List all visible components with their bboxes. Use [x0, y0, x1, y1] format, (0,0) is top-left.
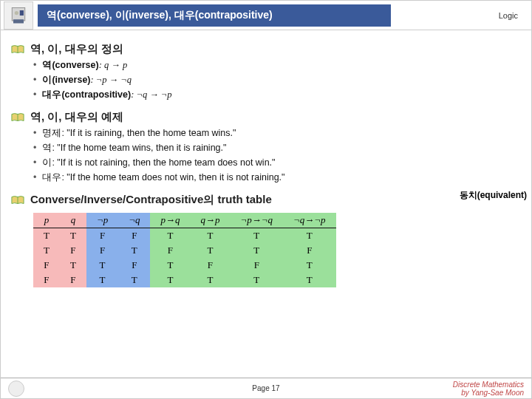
- table-cell: F: [283, 243, 336, 258]
- table-cell: T: [118, 273, 150, 287]
- truth-table: pq¬p¬qp→qq→p¬p→¬q¬q→¬pTTFFTTTTTFFTFTTFFT…: [33, 213, 336, 287]
- slide-content: 역, 이, 대우의 정의 역(converse): q → p 이(invers…: [1, 30, 531, 287]
- table-cell: T: [33, 243, 60, 258]
- slide-header: 역(converse), 이(inverse), 대우(contrapositi…: [1, 1, 531, 30]
- table-cell: F: [118, 258, 150, 273]
- equivalent-note: 동치(equivalent): [460, 189, 527, 202]
- slide-footer: Page 17 Discrete Mathematics by Yang-Sae…: [1, 378, 531, 398]
- table-header: ¬p: [86, 213, 118, 228]
- list-item: 이(inverse): ¬p → ¬q: [33, 74, 518, 86]
- list-item: 역: "If the home team wins, then it is ra…: [33, 142, 518, 154]
- slide-title: 역(converse), 이(inverse), 대우(contrapositi…: [38, 4, 391, 27]
- list-item: 대우(contrapositive): ¬q → ¬p: [33, 89, 518, 101]
- table-header: p: [33, 213, 60, 228]
- section2-title: 역, 이, 대우의 예제: [30, 110, 123, 124]
- book-icon: [11, 44, 24, 55]
- table-cell: T: [283, 228, 336, 244]
- table-cell: F: [118, 228, 150, 244]
- table-cell: F: [33, 273, 60, 287]
- list-item: 역(converse): q → p: [33, 59, 518, 72]
- section2-heading: 역, 이, 대우의 예제: [7, 110, 518, 124]
- table-cell: T: [150, 258, 190, 273]
- table-cell: F: [60, 243, 86, 258]
- table-cell: T: [33, 228, 60, 244]
- course-label: Logic: [499, 11, 518, 20]
- table-header: q: [60, 213, 86, 228]
- table-cell: T: [150, 228, 190, 244]
- list-item: 대우: "If the home team does not win, then…: [33, 171, 518, 184]
- table-header: q→p: [190, 213, 230, 228]
- table-row: FTTFTFFT: [33, 258, 336, 273]
- table-cell: F: [230, 258, 283, 273]
- table-cell: F: [150, 243, 190, 258]
- section3-heading: Converse/Inverse/Contrapositive의 truth t…: [7, 193, 518, 207]
- list-item: 이: "If it is not raining, then the home …: [33, 157, 518, 169]
- section1-title: 역, 이, 대우의 정의: [30, 42, 123, 56]
- table-row: FFTTTTTT: [33, 273, 336, 287]
- table-cell: F: [86, 243, 118, 258]
- table-header: ¬q: [118, 213, 150, 228]
- table-cell: T: [86, 258, 118, 273]
- table-cell: T: [230, 273, 283, 287]
- table-cell: T: [190, 228, 230, 244]
- table-cell: F: [190, 258, 230, 273]
- section3-title: Converse/Inverse/Contrapositive의 truth t…: [30, 193, 272, 207]
- title-text: 역(converse), 이(inverse), 대우(contrapositi…: [47, 9, 273, 22]
- table-cell: T: [283, 273, 336, 287]
- table-header: ¬q→¬p: [283, 213, 336, 228]
- table-cell: T: [190, 243, 230, 258]
- svg-rect-1: [13, 19, 24, 23]
- table-cell: T: [60, 258, 86, 273]
- table-cell: T: [230, 228, 283, 244]
- svg-rect-3: [20, 10, 24, 16]
- page-number: Page 17: [252, 384, 279, 392]
- table-cell: F: [60, 273, 86, 287]
- table-header: p→q: [150, 213, 190, 228]
- table-cell: T: [150, 273, 190, 287]
- table-cell: T: [190, 273, 230, 287]
- table-cell: T: [118, 243, 150, 258]
- list-item: 명제: "If it is raining, then the home tea…: [33, 127, 518, 140]
- university-logo-icon: [8, 381, 24, 397]
- book-icon: [11, 195, 24, 205]
- section1-list: 역(converse): q → p 이(inverse): ¬p → ¬q 대…: [33, 59, 518, 101]
- section1-heading: 역, 이, 대우의 정의: [7, 42, 518, 56]
- book-icon: [11, 112, 24, 123]
- table-cell: T: [230, 243, 283, 258]
- truth-table-wrap: pq¬p¬qp→qq→p¬p→¬q¬q→¬pTTFFTTTTTFFTFTTFFT…: [33, 213, 518, 287]
- section2-list: 명제: "If it is raining, then the home tea…: [33, 127, 518, 184]
- table-cell: F: [86, 228, 118, 244]
- table-cell: T: [86, 273, 118, 287]
- table-cell: F: [33, 258, 60, 273]
- table-row: TFFTFTTF: [33, 243, 336, 258]
- svg-point-2: [15, 10, 18, 14]
- speaker-icon: [4, 1, 33, 30]
- table-cell: T: [60, 228, 86, 244]
- credit-text: Discrete Mathematics by Yang-Sae Moon: [453, 381, 524, 397]
- table-row: TTFFTTTT: [33, 228, 336, 244]
- table-header: ¬p→¬q: [230, 213, 283, 228]
- table-cell: T: [283, 258, 336, 273]
